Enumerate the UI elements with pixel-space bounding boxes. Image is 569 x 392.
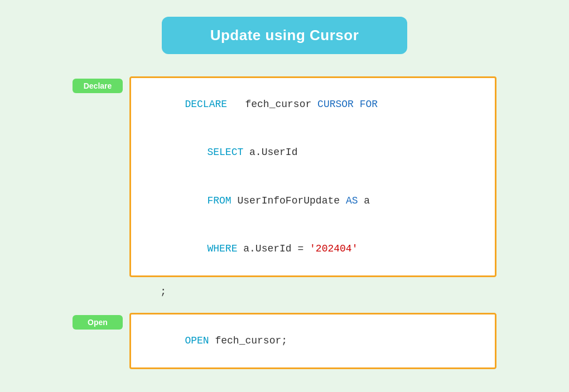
where-line: WHERE a.UserId = '202404' xyxy=(137,225,489,273)
fetch-line: FETCH FROM fech_cursor; xyxy=(136,387,496,392)
title-box: Update using Cursor xyxy=(162,17,407,54)
declare-label: Declare xyxy=(73,79,123,93)
open-section: Open OPEN fech_cursor; xyxy=(73,313,496,369)
declare-section: Declare DECLARE fech_cursor CURSOR FOR S… xyxy=(73,76,496,277)
open-code-block: OPEN fech_cursor; xyxy=(129,313,496,369)
semicolon-line: ; xyxy=(73,284,496,300)
from-line: FROM UserInfoForUpdate AS a xyxy=(137,177,489,225)
main-container: Update using Cursor Declare DECLARE fech… xyxy=(73,17,496,392)
open-line: OPEN fech_cursor; xyxy=(137,317,489,365)
declare-line: DECLARE fech_cursor CURSOR FOR xyxy=(137,80,489,128)
open-label: Open xyxy=(73,315,123,330)
declare-code-block: DECLARE fech_cursor CURSOR FOR SELECT a.… xyxy=(129,76,496,277)
fetch-section: FETCH FROM fech_cursor; UPDATE UserInfoF… xyxy=(73,387,496,392)
select-line: SELECT a.UserId xyxy=(137,128,489,176)
declare-keyword: DECLARE xyxy=(185,99,227,110)
page-title: Update using Cursor xyxy=(210,27,359,43)
